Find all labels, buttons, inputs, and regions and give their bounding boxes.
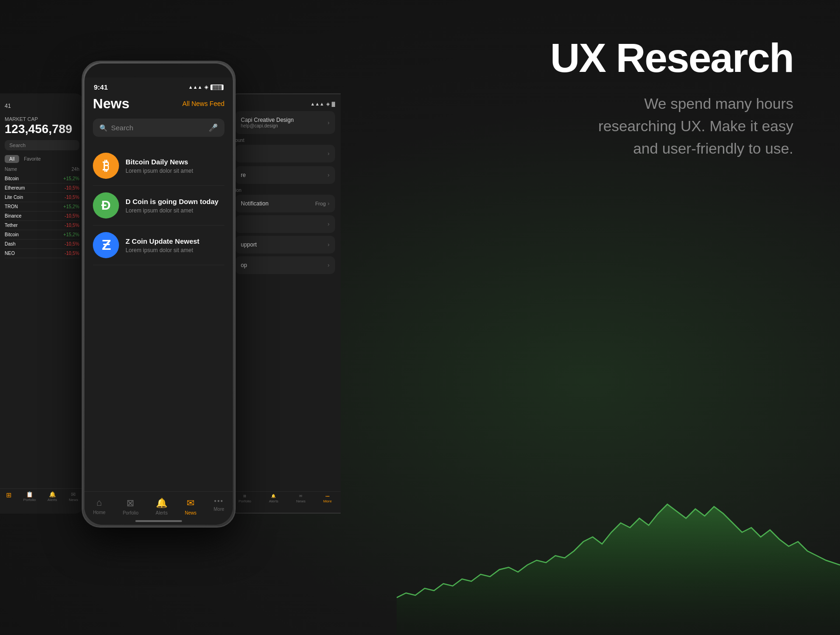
news-item-dogecoin[interactable]: Ð D Coin is going Down today Lorem ipsum… — [93, 186, 224, 226]
bitcoin-sub: Lorem ipsum dolor sit amet — [126, 168, 193, 174]
tab-all[interactable]: All — [5, 155, 19, 163]
news-item-bitcoin[interactable]: ₿ Bitcoin Daily News Lorem ipsum dolor s… — [93, 146, 224, 186]
settings-item-app[interactable]: op › — [235, 256, 335, 274]
mic-icon[interactable]: 🎤 — [209, 123, 218, 132]
all-news-feed-link[interactable]: All News Feed — [182, 100, 224, 107]
nav-news-left[interactable]: ✉ News — [69, 491, 78, 502]
col-name: Name — [5, 167, 17, 172]
nav-alerts[interactable]: 🔔 Alerts — [156, 497, 168, 515]
home-indicator — [135, 520, 182, 522]
nav-portfolio-left[interactable]: 📋 Porfolio — [23, 491, 36, 502]
nav-more-right[interactable]: ••• More — [323, 494, 332, 503]
alerts-label-right: Alerts — [269, 499, 278, 503]
status-bar: 9:41 ▲▲▲ ◈ ▓▓▓ — [84, 78, 233, 91]
portfolio-icon-right: ⊠ — [243, 494, 246, 498]
nav-portfolio-label: Porfolio — [123, 510, 139, 515]
profile-email: help@capi.design — [241, 123, 294, 128]
portfolio-icon: ⊠ — [126, 497, 134, 508]
news-icon: ✉ — [187, 497, 195, 508]
profile-name: Capi Creative Design — [241, 117, 294, 123]
chart-area — [397, 458, 840, 635]
zcoin-sub: Lorem ipsum dolor sit amet — [126, 247, 199, 254]
nav-more-label: More — [214, 507, 224, 512]
signal-icon: ▲▲▲ — [189, 85, 203, 90]
col-header: Name 24h — [5, 167, 79, 172]
section-notifications: ion — [235, 188, 335, 193]
bitcoin-icon: ₿ — [93, 153, 119, 179]
status-time: 9:41 — [94, 83, 108, 91]
market-cap-label: MARKET CAP — [5, 116, 79, 122]
news-list: ₿ Bitcoin Daily News Lorem ipsum dolor s… — [93, 146, 224, 265]
table-row: Bitcoin+15,2% — [5, 230, 79, 240]
dogecoin-icon: Ð — [93, 192, 119, 219]
security-label: re — [241, 172, 246, 178]
zcoin-icon: Ƶ — [93, 232, 119, 258]
phone-left: 41 MARKET CAP 123,456,789 Search All Fav… — [0, 93, 84, 514]
bitcoin-news-text: Bitcoin Daily News Lorem ipsum dolor sit… — [126, 158, 193, 174]
more-icon: ••• — [214, 497, 224, 505]
tab-favorite[interactable]: Favorite — [21, 155, 43, 163]
news-item-zcoin[interactable]: Ƶ Z Coin Update Newest Lorem ipsum dolor… — [93, 226, 224, 265]
nav-portfolio-right[interactable]: ⊠ Porfolio — [238, 494, 251, 503]
more-label-right: More — [323, 499, 332, 503]
table-row: NEO-10,5% — [5, 249, 79, 258]
wifi-icon: ◈ — [204, 84, 208, 90]
table-row: Tether-10,5% — [5, 221, 79, 230]
market-cap-value: 123,456,789 — [5, 122, 79, 136]
nav-alerts-right[interactable]: 🔔 Alerts — [269, 494, 278, 503]
tab-row: All Favorite — [5, 155, 79, 163]
page-title: UX Research — [513, 37, 793, 78]
nav-home-label: Home — [93, 510, 105, 515]
news-label-right: News — [296, 499, 306, 503]
left-phone-time: 41 — [5, 103, 79, 109]
search-placeholder: Search — [111, 124, 209, 132]
more-icon-right: ••• — [326, 494, 329, 498]
support-label: upport — [241, 241, 257, 248]
alerts-icon: 🔔 — [156, 497, 168, 508]
phone-right: ▲▲▲ ◈ ▓ Capi Creative Design help@capi.d… — [229, 93, 341, 514]
news-title: News — [93, 96, 129, 112]
settings-item-notification[interactable]: Notification Frog › — [235, 195, 335, 212]
table-row: Binance-10,5% — [5, 212, 79, 221]
portfolio-label-right: Porfolio — [238, 499, 251, 503]
notification-label: Notification — [241, 200, 268, 207]
bitcoin-headline: Bitcoin Daily News — [126, 158, 193, 166]
home-icon: ⌂ — [97, 497, 102, 508]
section-account: ount — [235, 138, 335, 143]
battery-icon: ▓▓▓ — [210, 85, 224, 90]
left-search-bar[interactable]: Search — [5, 140, 79, 150]
table-row: Dash-10,5% — [5, 240, 79, 249]
security-chevron: › — [328, 172, 329, 178]
news-header: News All News Feed — [93, 91, 224, 112]
nav-news-label: News — [185, 510, 196, 515]
status-bar-right: ▲▲▲ ◈ ▓ — [235, 101, 335, 106]
settings-item-extra1[interactable]: › — [235, 215, 335, 233]
nav-alerts-left[interactable]: 🔔 Alerts — [48, 491, 57, 502]
notification-chevron: › — [328, 200, 329, 207]
phone-main: 9:41 ▲▲▲ ◈ ▓▓▓ News All News Feed 🔍 Sear… — [82, 61, 236, 528]
nav-home[interactable]: ⌂ Home — [93, 497, 105, 515]
right-signal-icon: ▲▲▲ — [310, 101, 324, 106]
settings-item-support[interactable]: upport › — [235, 236, 335, 254]
search-bar[interactable]: 🔍 Search 🎤 — [93, 119, 224, 137]
nav-news[interactable]: ✉ News — [185, 497, 196, 515]
nav-news-right[interactable]: ✉ News — [296, 494, 306, 503]
nav-portfolio[interactable]: ⊠ Porfolio — [123, 497, 139, 515]
settings-item-account[interactable]: › — [235, 145, 335, 162]
profile-item[interactable]: Capi Creative Design help@capi.design › — [235, 111, 335, 134]
notch — [131, 66, 187, 78]
nav-more[interactable]: ••• More — [214, 497, 224, 515]
nav-alerts-label: Alerts — [156, 510, 168, 515]
settings-item-security[interactable]: re › — [235, 166, 335, 184]
support-chevron: › — [328, 241, 329, 248]
nav-home-left[interactable]: ⊞ — [6, 491, 12, 502]
profile-chevron: › — [328, 120, 329, 126]
col-24h: 24h — [71, 167, 79, 172]
subtitle: We spend many hours researching UX. Make… — [513, 92, 793, 160]
dogecoin-headline: D Coin is going Down today — [126, 198, 218, 205]
search-icon: 🔍 — [99, 124, 107, 132]
right-panel: UX Research We spend many hours research… — [513, 37, 793, 160]
dogecoin-news-text: D Coin is going Down today Lorem ipsum d… — [126, 198, 218, 214]
dogecoin-sub: Lorem ipsum dolor sit amet — [126, 207, 218, 214]
news-icon-right: ✉ — [299, 494, 302, 498]
